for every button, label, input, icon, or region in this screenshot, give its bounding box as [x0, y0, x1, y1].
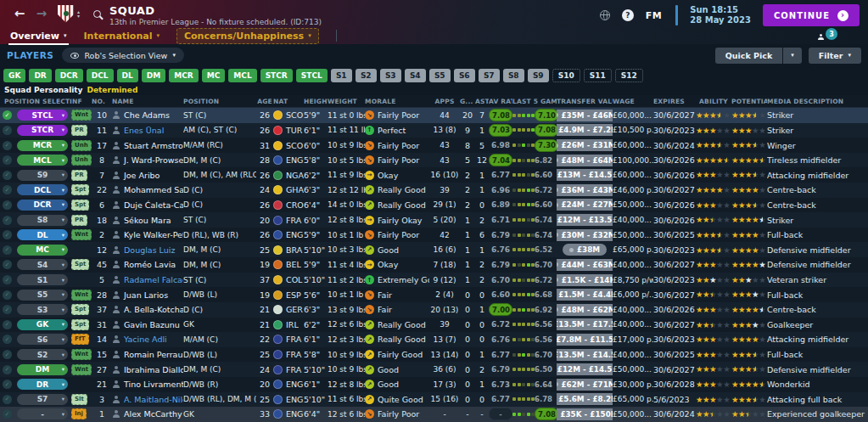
- player-name[interactable]: A. Bella-Kotchap: [124, 305, 183, 314]
- globe-icon[interactable]: [600, 10, 610, 20]
- table-row[interactable]: ✓S7▾Slt3A. Maitland-NilesD/WB (RL), DM, …: [0, 392, 868, 408]
- col-last5[interactable]: LAST 5 GAMES: [512, 98, 557, 105]
- transfer-value-pill[interactable]: £30M - £32M: [557, 229, 613, 241]
- player-name[interactable]: Douglas Luiz: [124, 245, 175, 255]
- position-filter-gk[interactable]: GK: [3, 69, 25, 82]
- selection-check-icon[interactable]: ✓: [3, 395, 12, 404]
- club-switch-icon[interactable]: ▴▾: [77, 9, 80, 18]
- position-selected-dropdown[interactable]: S7▾: [17, 394, 68, 405]
- player-name[interactable]: Gavin Bazunu: [124, 320, 180, 329]
- position-filter-s7[interactable]: S7: [479, 69, 500, 82]
- table-row[interactable]: ✓S4▾Spt45Roméo LaviaDM, M (C)19BEL5'9"11…: [0, 257, 868, 273]
- transfer-value-pill[interactable]: £4.9M - £7.2M: [557, 124, 613, 136]
- selection-check-icon[interactable]: ✓: [3, 171, 12, 180]
- col-name[interactable]: NAME: [112, 98, 183, 105]
- selection-check-icon[interactable]: ✓: [3, 141, 12, 150]
- player-name[interactable]: Che Adams: [124, 110, 170, 120]
- player-name[interactable]: Enes Ünal: [124, 126, 164, 135]
- transfer-value-pill[interactable]: £62M - £71M: [557, 379, 613, 391]
- table-row[interactable]: ✓MCR▾Unh17Stuart ArmstrongM/AM (RC)31SCO…: [0, 138, 868, 153]
- selection-check-icon[interactable]: ✓: [3, 320, 12, 329]
- tab-concerns[interactable]: Concerns/Unhappiness▾: [176, 28, 319, 44]
- player-name[interactable]: Kyle Walker-Peters: [124, 230, 183, 239]
- player-name[interactable]: Yacine Adli: [124, 335, 167, 344]
- selection-check-icon[interactable]: ✓: [3, 110, 12, 120]
- position-selected-dropdown[interactable]: S8▾: [17, 215, 68, 226]
- position-selected-dropdown[interactable]: DCR▾: [17, 200, 68, 211]
- transfer-value-pill[interactable]: £35M - £46M: [557, 110, 613, 121]
- col-avrat[interactable]: AV RAT: [489, 98, 512, 105]
- position-selected-dropdown[interactable]: MCL▾: [17, 155, 68, 166]
- col-age[interactable]: AGE: [256, 98, 273, 105]
- position-filter-s11[interactable]: S11: [584, 69, 612, 82]
- position-filter-s2[interactable]: S2: [356, 69, 377, 82]
- table-row[interactable]: ✓DCL▾Spt22Mohammed SalisuD (C)24GHA6'3"1…: [0, 183, 868, 198]
- transfer-value-pill[interactable]: £1.5K - £14K: [557, 274, 613, 286]
- col-morale[interactable]: MORALE: [365, 98, 429, 105]
- table-row[interactable]: ✓S8▾PR18Sékou MaraST (C)20FRA6'0"12 st 8…: [0, 212, 868, 228]
- transfer-value-pill[interactable]: £38M: [563, 244, 607, 256]
- notification-badge[interactable]: 3: [826, 28, 837, 40]
- col-media-description[interactable]: MEDIA DESCRIPTION: [767, 98, 868, 105]
- player-name[interactable]: A. Maitland-Niles: [124, 395, 183, 404]
- col-position[interactable]: POSITION: [183, 98, 256, 105]
- col-wage[interactable]: WAGE: [613, 98, 653, 105]
- selection-check-icon[interactable]: ✓: [3, 335, 12, 344]
- table-row[interactable]: ✓DR▾21Tino LivramentoD/WB (R)20ENG6'1"12…: [0, 377, 868, 392]
- position-filter-s1[interactable]: S1: [331, 69, 352, 82]
- table-row[interactable]: ✓S9▾PR7Joe AriboDM, M (C), AM (RLC)26NGA…: [0, 167, 868, 183]
- player-name[interactable]: Mohammed Salisu: [124, 185, 183, 194]
- table-row[interactable]: ✓STCR▾PR11Enes ÜnalAM (C), ST (C)26TUR6'…: [0, 123, 868, 138]
- transfer-value-pill[interactable]: £1.5M - £4.4M: [557, 289, 613, 301]
- position-filter-dm[interactable]: DM: [142, 69, 165, 82]
- transfer-value-pill[interactable]: £13M - £14.5M: [557, 169, 613, 181]
- table-row[interactable]: ✓-▾Inj1Alex McCarthyGK33ENG6'4"12 st 6 l…: [0, 407, 868, 422]
- table-row[interactable]: ✓S1▾5Radamel FalcaoST (C)37COL5'10"11 st…: [0, 273, 868, 288]
- col-nat[interactable]: NAT: [273, 98, 304, 105]
- selection-check-icon[interactable]: ✓: [3, 155, 12, 165]
- selection-check-icon[interactable]: ✓: [3, 260, 12, 269]
- player-name[interactable]: Roméo Lavia: [124, 260, 176, 269]
- col-expires[interactable]: EXPIRES: [653, 98, 696, 105]
- selection-check-icon[interactable]: ✓: [3, 200, 12, 210]
- transfer-value-pill[interactable]: £48M - £64M: [557, 155, 613, 166]
- transfer-value-pill[interactable]: £7.8M - £11.5M: [557, 334, 613, 346]
- player-name[interactable]: Sékou Mara: [124, 216, 171, 225]
- table-row[interactable]: ✓S3▾Spt37A. Bella-KotchapD (C)21GER6'3"1…: [0, 302, 868, 318]
- position-selected-dropdown[interactable]: S9▾: [17, 170, 68, 181]
- position-selected-dropdown[interactable]: S1▾: [17, 274, 68, 285]
- table-row[interactable]: ✓MCL▾Unh8J. Ward-ProwseDM, M (C)28ENG5'8…: [0, 153, 868, 168]
- player-name[interactable]: Radamel Falcao: [124, 275, 183, 284]
- position-selected-dropdown[interactable]: DM▾: [17, 364, 68, 375]
- transfer-value-pill[interactable]: £44M - £63M: [557, 259, 613, 271]
- continue-button[interactable]: CONTINUE ›: [763, 4, 860, 26]
- quick-pick-dropdown[interactable]: ▾: [783, 48, 802, 64]
- selection-check-icon[interactable]: ✓: [3, 275, 12, 284]
- player-name[interactable]: Joe Aribo: [124, 171, 160, 180]
- position-filter-s8[interactable]: S8: [503, 69, 524, 82]
- col-ability[interactable]: ABILITY: [696, 98, 731, 105]
- selection-check-icon[interactable]: ✓: [3, 409, 12, 419]
- player-name[interactable]: Stuart Armstrong: [124, 141, 183, 150]
- position-selected-dropdown[interactable]: STCL▾: [17, 110, 68, 121]
- notification-area[interactable]: 3: [818, 28, 837, 40]
- position-filter-dl[interactable]: DL: [117, 69, 138, 82]
- position-filter-s3[interactable]: S3: [380, 69, 401, 82]
- tab-international[interactable]: International▾: [84, 31, 160, 42]
- selection-check-icon[interactable]: ✓: [3, 350, 12, 359]
- table-row[interactable]: ✓S2▾Wnt15Romain PerraudD/WB (L)25FRA5'8"…: [0, 347, 868, 363]
- selection-view-dropdown[interactable]: Rob's Selection View ▾: [62, 48, 183, 63]
- position-selected-dropdown[interactable]: STCR▾: [17, 125, 68, 136]
- position-filter-dcr[interactable]: DCR: [55, 69, 83, 82]
- player-name[interactable]: Juan Larios: [124, 290, 168, 300]
- position-filter-dcl[interactable]: DCL: [87, 69, 114, 82]
- position-filter-stcr[interactable]: STCR: [260, 69, 293, 82]
- selection-check-icon[interactable]: ✓: [3, 216, 12, 225]
- player-name[interactable]: Alex McCarthy: [124, 409, 182, 419]
- transfer-value-pill[interactable]: £48M - £62M: [557, 304, 613, 316]
- transfer-value-pill[interactable]: £13.5M - £14.5M: [557, 349, 613, 361]
- position-selected-dropdown[interactable]: S3▾: [17, 304, 68, 315]
- position-filter-s6[interactable]: S6: [454, 69, 475, 82]
- transfer-value-pill[interactable]: £12M - £14.5M: [557, 363, 613, 375]
- position-filter-mcl[interactable]: MCL: [228, 69, 256, 82]
